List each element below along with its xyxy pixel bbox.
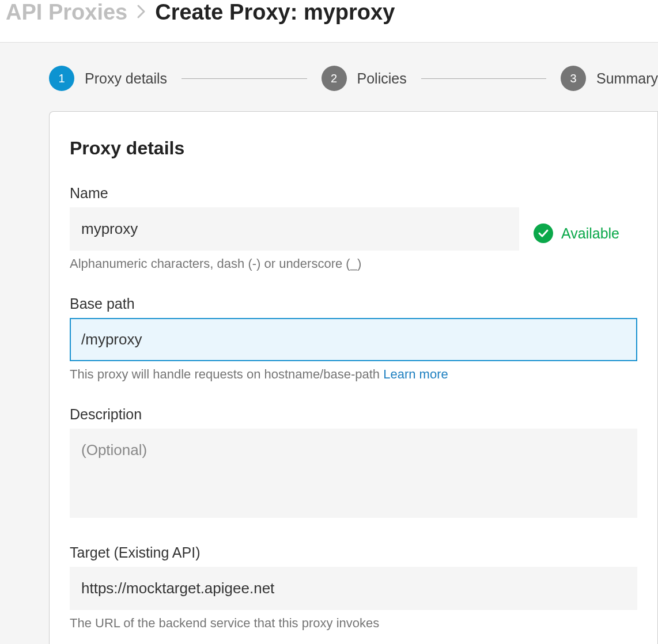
step-proxy-details[interactable]: 1 Proxy details [49,66,167,91]
step-number: 1 [49,66,74,91]
step-number: 2 [322,66,347,91]
target-hint: The URL of the backend service that this… [70,616,637,631]
name-hint: Alphanumeric characters, dash (-) or und… [70,256,519,271]
description-label: Description [70,406,637,423]
breadcrumb-current: Create Proxy: myproxy [155,0,395,25]
breadcrumb-parent[interactable]: API Proxies [6,0,127,25]
step-label: Policies [357,70,407,87]
step-label: Summary [596,70,658,87]
form-card: Proxy details Name Alphanumeric characte… [49,111,658,644]
step-connector [421,78,546,79]
basepath-input[interactable] [70,318,637,361]
status-badge: Available [534,223,619,243]
step-number: 3 [561,66,586,91]
status-text: Available [561,225,619,242]
step-policies[interactable]: 2 Policies [322,66,407,91]
name-label: Name [70,185,519,202]
target-label: Target (Existing API) [70,544,637,561]
learn-more-link[interactable]: Learn more [383,367,448,381]
checkmark-icon [534,223,553,243]
breadcrumb: API Proxies Create Proxy: myproxy [6,0,652,25]
basepath-label: Base path [70,296,637,312]
step-summary[interactable]: 3 Summary [561,66,658,91]
description-input[interactable] [70,429,637,518]
stepper: 1 Proxy details 2 Policies 3 Summary [49,66,658,91]
step-label: Proxy details [85,70,167,87]
target-input[interactable] [70,567,637,610]
card-title: Proxy details [70,138,637,159]
step-connector [181,78,307,79]
basepath-hint: This proxy will handle requests on hostn… [70,367,637,382]
chevron-right-icon [136,0,146,25]
name-input[interactable] [70,207,519,251]
